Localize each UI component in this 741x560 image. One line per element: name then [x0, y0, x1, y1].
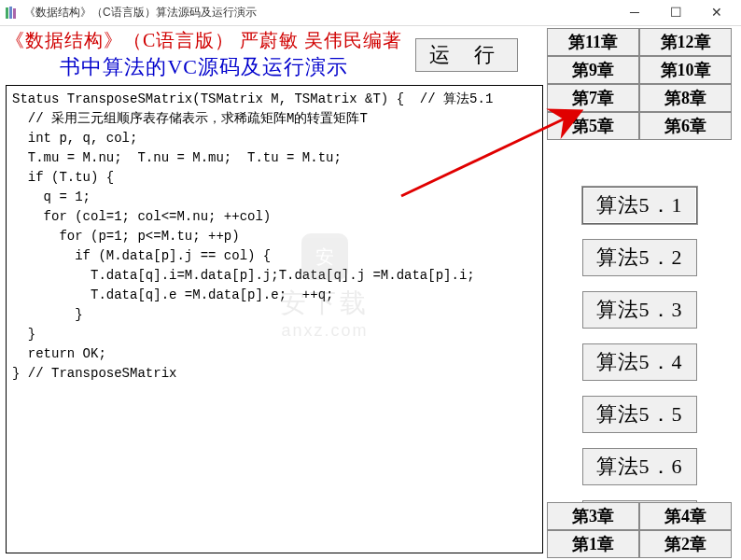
algorithm-button[interactable]: 算法5．1 [582, 187, 697, 224]
left-pane: 《数据结构》（C语言版） 严蔚敏 吴伟民编著 书中算法的VC源码及运行演示 运 … [0, 26, 543, 560]
chapter-grid-top: 第11章第12章第9章第10章第7章第8章第5章第6章 [547, 28, 732, 140]
close-button[interactable]: ✕ [696, 0, 737, 26]
algorithm-button[interactable]: 算法5．4 [582, 343, 697, 381]
algorithm-list: 算法5．1算法5．2算法5．3算法5．4算法5．5算法5．6算法5．7 [547, 187, 732, 538]
chapter-button[interactable]: 第4章 [639, 502, 732, 530]
maximize-button[interactable]: ☐ [655, 0, 696, 26]
chapter-button[interactable]: 第2章 [639, 530, 732, 558]
chapter-button[interactable]: 第1章 [547, 530, 639, 558]
chapter-grid-bottom: 第3章第4章第1章第2章 [547, 502, 732, 558]
chapter-button[interactable]: 第6章 [639, 112, 732, 140]
algorithm-button[interactable]: 算法5．5 [582, 396, 697, 433]
title-red: 《数据结构》（C语言版） 严蔚敏 吴伟民编著 [6, 28, 402, 53]
right-pane: 第11章第12章第9章第10章第7章第8章第5章第6章 算法5．1算法5．2算法… [543, 26, 735, 560]
algorithm-button[interactable]: 算法5．2 [582, 239, 697, 276]
svg-rect-1 [9, 7, 12, 19]
algorithm-button[interactable]: 算法5．6 [582, 448, 697, 485]
chapter-button[interactable]: 第8章 [639, 84, 732, 112]
chapter-button[interactable]: 第5章 [547, 112, 639, 140]
svg-rect-0 [6, 7, 8, 19]
chapter-button[interactable]: 第7章 [547, 84, 639, 112]
code-display[interactable]: Status TransposeSMatrix(TSMatrix M, TSMa… [6, 85, 543, 553]
run-button[interactable]: 运 行 [415, 38, 518, 72]
algorithm-button[interactable]: 算法5．3 [582, 291, 697, 329]
chapter-button[interactable]: 第3章 [547, 502, 639, 530]
title-blue: 书中算法的VC源码及运行演示 [6, 53, 402, 81]
chapter-button[interactable]: 第9章 [547, 56, 639, 84]
app-icon [4, 6, 19, 21]
chapter-button[interactable]: 第12章 [639, 28, 732, 56]
titlebar: 《数据结构》（C语言版）算法源码及运行演示 ─ ☐ ✕ [0, 0, 741, 26]
window-title: 《数据结构》（C语言版）算法源码及运行演示 [24, 5, 614, 21]
svg-rect-2 [13, 8, 16, 19]
window-controls: ─ ☐ ✕ [614, 0, 737, 26]
minimize-button[interactable]: ─ [614, 0, 655, 26]
chapter-button[interactable]: 第11章 [547, 28, 639, 56]
chapter-button[interactable]: 第10章 [639, 56, 732, 84]
